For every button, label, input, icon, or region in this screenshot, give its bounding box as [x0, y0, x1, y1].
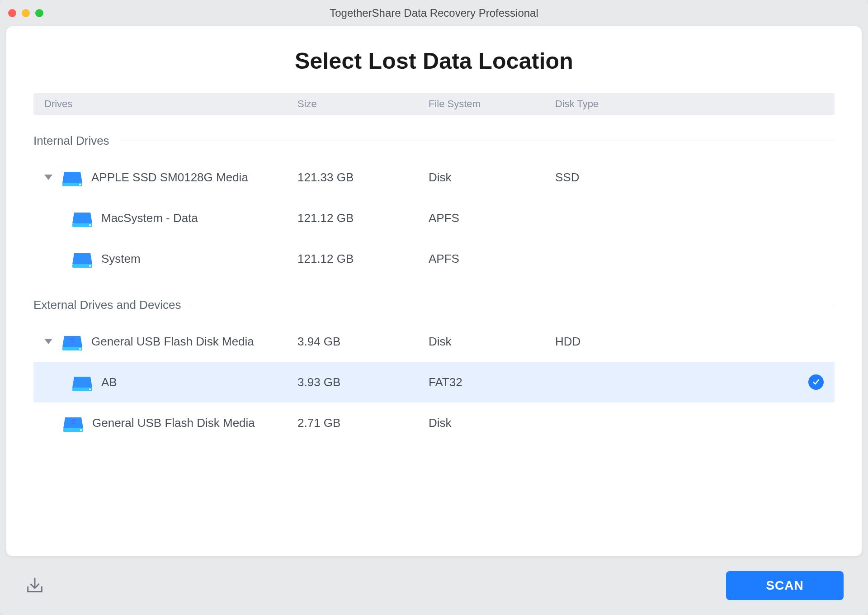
check-icon [808, 374, 824, 390]
column-headers: Drives Size File System Disk Type [33, 93, 835, 115]
main-panel: Select Lost Data Location Drives Size Fi… [6, 26, 862, 556]
zoom-icon[interactable] [35, 9, 43, 17]
chevron-down-icon[interactable] [44, 175, 52, 180]
svg-point-9 [89, 388, 91, 390]
drive-size: 3.93 GB [297, 375, 429, 389]
app-window: TogetherShare Data Recovery Professional… [0, 0, 868, 615]
drive-name: AB [101, 375, 117, 389]
drive-row-internal-child-0[interactable]: MacSystem - Data 121.12 GB APFS [33, 198, 835, 238]
drive-table: Drives Size File System Disk Type Intern… [6, 93, 862, 443]
svg-point-3 [89, 224, 91, 226]
drive-row-internal-root[interactable]: APPLE SSD SM0128G Media 121.33 GB Disk S… [33, 157, 835, 198]
section-external: External Drives and Devices [33, 298, 835, 312]
col-disktype: Disk Type [555, 98, 797, 110]
col-filesystem: File System [429, 98, 555, 110]
page-title: Select Lost Data Location [6, 26, 862, 93]
section-external-label: External Drives and Devices [33, 298, 181, 312]
col-drives: Drives [44, 98, 297, 110]
svg-point-7 [79, 348, 81, 350]
drive-name: MacSystem - Data [101, 211, 198, 225]
drive-row-external-root[interactable]: General USB Flash Disk Media 3.94 GB Dis… [33, 321, 835, 362]
drive-row-external-extra[interactable]: General USB Flash Disk Media 2.71 GB Dis… [33, 402, 835, 443]
section-internal-label: Internal Drives [33, 134, 109, 148]
drive-icon [71, 210, 93, 226]
drive-type: HDD [555, 335, 797, 349]
close-icon[interactable] [8, 9, 16, 17]
scan-button[interactable]: SCAN [726, 571, 844, 600]
drive-icon [71, 374, 93, 390]
drive-fs: Disk [429, 170, 555, 184]
minimize-icon[interactable] [22, 9, 30, 17]
drive-fs: Disk [429, 416, 555, 430]
section-divider [119, 141, 835, 141]
col-size: Size [297, 98, 429, 110]
usb-drive-icon [61, 333, 83, 350]
drive-name: APPLE SSD SM0128G Media [91, 170, 248, 184]
usb-drive-icon [62, 415, 84, 431]
drive-fs: APFS [429, 252, 555, 266]
svg-point-5 [89, 265, 91, 267]
drive-fs: Disk [429, 335, 555, 349]
window-controls [8, 9, 43, 17]
section-divider [191, 305, 835, 305]
drive-row-external-child-0[interactable]: AB 3.93 GB FAT32 [33, 362, 835, 402]
drive-size: 3.94 GB [297, 335, 429, 349]
section-internal: Internal Drives [33, 134, 835, 148]
drive-icon [61, 169, 83, 185]
drive-name: General USB Flash Disk Media [92, 416, 255, 430]
drive-size: 121.12 GB [297, 211, 429, 225]
drive-row-internal-child-1[interactable]: System 121.12 GB APFS [33, 238, 835, 279]
drive-fs: APFS [429, 211, 555, 225]
drive-size: 2.71 GB [297, 416, 429, 430]
svg-point-1 [79, 184, 81, 185]
import-icon[interactable] [24, 574, 45, 597]
drive-name: System [101, 252, 141, 266]
window-title: TogetherShare Data Recovery Professional [0, 7, 868, 19]
drive-size: 121.12 GB [297, 252, 429, 266]
titlebar: TogetherShare Data Recovery Professional [0, 0, 868, 26]
svg-point-11 [80, 429, 82, 431]
footer-bar: SCAN [0, 556, 868, 615]
chevron-down-icon[interactable] [44, 339, 52, 344]
drive-icon [71, 251, 93, 267]
drive-type: SSD [555, 170, 797, 184]
drive-fs: FAT32 [429, 375, 555, 389]
drive-size: 121.33 GB [297, 170, 429, 184]
drive-name: General USB Flash Disk Media [91, 335, 254, 349]
